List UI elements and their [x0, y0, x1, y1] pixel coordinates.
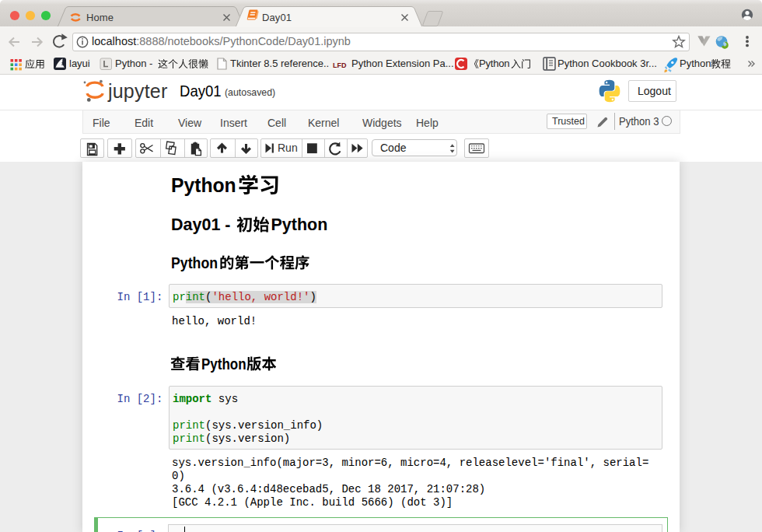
svg-text:LFD: LFD: [333, 61, 347, 69]
